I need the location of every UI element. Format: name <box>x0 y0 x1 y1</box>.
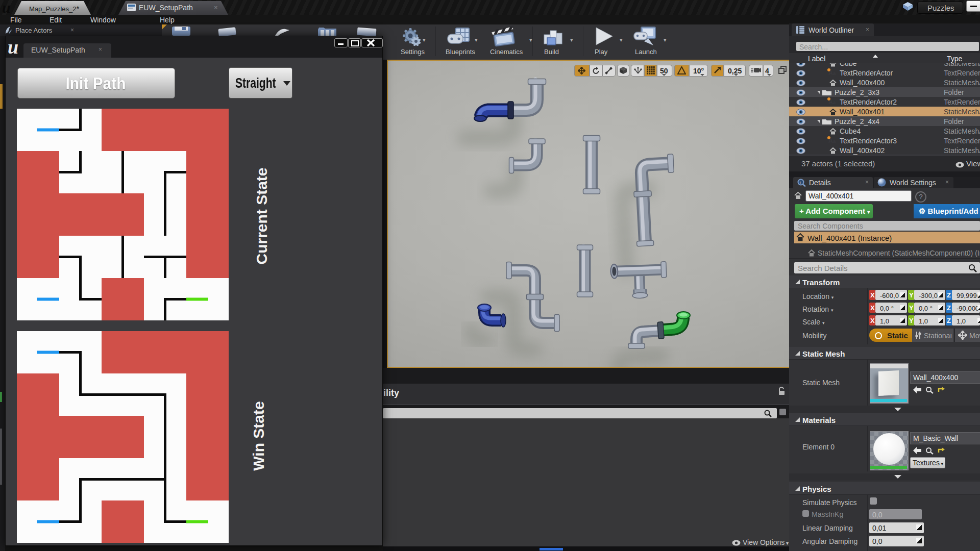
svg-text:u: u <box>2 0 11 15</box>
svg-text:A: A <box>828 69 833 76</box>
svg-text:A: A <box>828 137 833 143</box>
svg-text:a: a <box>833 71 836 76</box>
svg-text:A: A <box>828 98 833 105</box>
svg-text:u: u <box>8 36 18 58</box>
svg-text:a: a <box>833 100 836 105</box>
svg-text:a: a <box>833 139 836 143</box>
